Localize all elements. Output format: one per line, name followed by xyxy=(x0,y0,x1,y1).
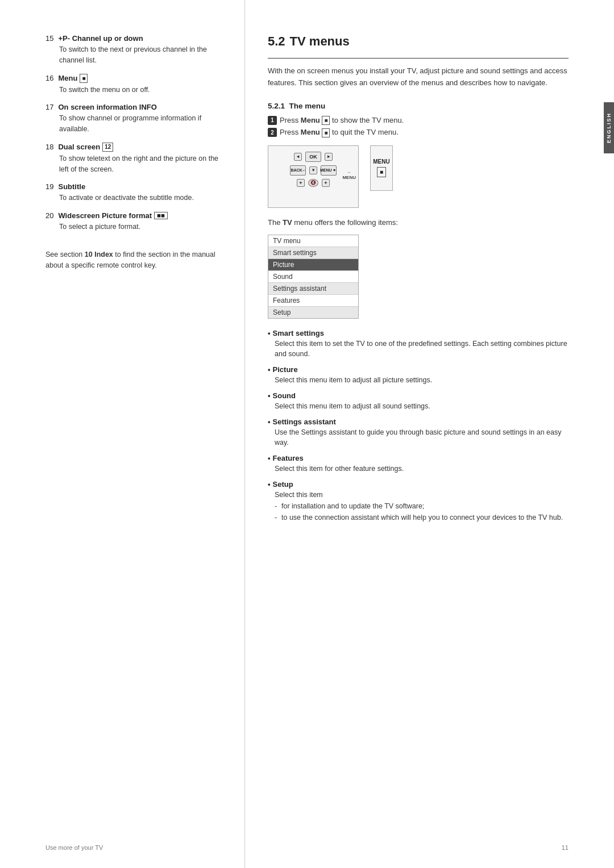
list-item-20: 20 Widescreen Picture format ◼◼ To selec… xyxy=(45,211,222,232)
bullet-desc-setup: Select this item xyxy=(275,490,569,500)
menu-row-tv: TV menu xyxy=(268,235,358,247)
bullet-desc-features: Select this item for other feature setti… xyxy=(275,464,569,474)
item-desc-15: To switch to the next or previous channe… xyxy=(59,44,222,66)
ok-btn: OK xyxy=(305,152,321,162)
bullet-settings-assistant: Settings assistant Use the Settings assi… xyxy=(268,418,569,449)
bullet-sound: Sound Select this menu item to adjust al… xyxy=(268,391,569,412)
bullet-desc-settings: Use the Settings assistant to guide you … xyxy=(275,427,569,449)
bullet-title-settings: Settings assistant xyxy=(268,418,569,426)
menu-mini-icon: ■ xyxy=(377,167,386,177)
item-desc-17: To show channel or programme information… xyxy=(59,113,222,135)
menu-row-picture: Picture xyxy=(268,259,358,271)
menu-icon-step1: ■ xyxy=(322,116,330,125)
list-item-19: 19 Subtitle To activate or deactivate th… xyxy=(45,182,222,203)
step-num-2: 2 xyxy=(268,128,277,137)
list-item-17: 17 On screen information INFO To show ch… xyxy=(45,103,222,135)
right-column: 5.2 TV menus With the on screen menus yo… xyxy=(244,0,597,868)
mute-btn: 🔇 xyxy=(308,179,318,187)
bullet-title-smart: Smart settings xyxy=(268,329,569,337)
menu-icon-16: ■ xyxy=(80,74,88,83)
left-column: 15 +P- Channel up or down To switch to t… xyxy=(0,0,244,868)
setup-sub-list: for installation and to update the TV so… xyxy=(275,500,569,523)
item-title-19: 19 Subtitle xyxy=(45,182,222,191)
item-title-15: 15 +P- Channel up or down xyxy=(45,34,222,43)
remote-bot-row: + 🔇 + xyxy=(297,179,330,187)
bullet-desc-smart: Select this item to set the TV to one of… xyxy=(275,339,569,360)
menu-row-sound: Sound xyxy=(268,271,358,283)
note-text: See section 10 Index to find the section… xyxy=(45,249,222,271)
section-intro: With the on screen menus you install you… xyxy=(268,65,569,89)
footer: Use more of your TV 11 xyxy=(0,844,614,851)
ch-plus-btn: + xyxy=(322,179,330,187)
item-title-17: 17 On screen information INFO xyxy=(45,103,222,111)
bullet-smart-settings: Smart settings Select this item to set t… xyxy=(268,329,569,360)
step-num-1: 1 xyxy=(268,116,277,125)
back-btn: BACK↩ xyxy=(290,165,306,176)
item-title-16: 16 Menu ■ xyxy=(45,74,222,83)
arrow-right-btn: ▸ xyxy=(325,153,333,161)
step-1: 1 Press Menu ■ to show the TV menu. xyxy=(268,116,569,126)
section-heading: 5.2 TV menus xyxy=(268,34,569,49)
bullet-title-setup: Setup xyxy=(268,480,569,489)
widescreen-icon: ◼◼ xyxy=(154,212,168,220)
item-desc-19: To activate or deactivate the subtitle m… xyxy=(59,193,222,203)
step-list: 1 Press Menu ■ to show the TV menu. 2 Pr… xyxy=(268,116,569,137)
remote-mid-row: BACK↩ ▾ MENU■ xyxy=(290,165,337,176)
step-2: 2 Press Menu ■ to quit the TV menu. xyxy=(268,128,569,137)
remote-mini-icon: MENU ■ xyxy=(370,145,393,191)
bullet-setup: Setup Select this item for installation … xyxy=(268,480,569,523)
menu-row-settings-assistant: Settings assistant xyxy=(268,283,358,295)
remote-control-diagram: ◂ OK ▸ BACK↩ ▾ MENU■ + 🔇 + ← xyxy=(268,145,359,208)
menu-row-setup: Setup xyxy=(268,307,358,318)
bullet-title-features: Features xyxy=(268,454,569,462)
menu-row-smart: Smart settings xyxy=(268,247,358,259)
tv-menu-table: TV menu Smart settings Picture Sound Set… xyxy=(268,235,359,319)
item-desc-20: To select a picture format. xyxy=(59,222,222,232)
side-tab: ENGLISH xyxy=(604,102,614,153)
menu-icon-step2: ■ xyxy=(322,128,330,137)
setup-sub-item-2: to use the connection assistant which wi… xyxy=(275,512,569,523)
list-item-15: 15 +P- Channel up or down To switch to t… xyxy=(45,34,222,66)
menu-btn: MENU■ xyxy=(321,165,337,176)
bullet-picture: Picture Select this menu item to adjust … xyxy=(268,365,569,386)
item-title-18: 18 Dual screen 12 xyxy=(45,143,222,152)
bullet-title-picture: Picture xyxy=(268,365,569,374)
menu-label-arrow: ← MENU xyxy=(342,170,356,180)
bullet-desc-picture: Select this menu item to adjust all pict… xyxy=(275,375,569,386)
remote-top-row: ◂ OK ▸ xyxy=(294,152,333,162)
page: ENGLISH 15 +P- Channel up or down To swi… xyxy=(0,0,614,868)
tv-menu-note: The TV menu offers the following items: xyxy=(268,218,569,227)
item-desc-18: To show teletext on the right and the pi… xyxy=(59,153,222,175)
footer-left: Use more of your TV xyxy=(45,844,103,851)
setup-sub-item-1: for installation and to update the TV so… xyxy=(275,500,569,512)
menu-row-features: Features xyxy=(268,295,358,307)
footer-right: 11 xyxy=(562,844,569,851)
list-item-18: 18 Dual screen 12 To show teletext on th… xyxy=(45,143,222,175)
section-num: 5.2 xyxy=(268,34,285,49)
item-title-20: 20 Widescreen Picture format ◼◼ xyxy=(45,211,222,220)
bullet-desc-sound: Select this menu item to adjust all soun… xyxy=(275,401,569,412)
arrow-down-btn: ▾ xyxy=(309,166,317,174)
section-title: TV menus xyxy=(290,34,350,49)
bullet-list: Smart settings Select this item to set t… xyxy=(268,329,569,523)
bullet-title-sound: Sound xyxy=(268,391,569,400)
arrow-left-btn: ◂ xyxy=(294,153,302,161)
item-desc-16: To switch the menu on or off. xyxy=(59,85,222,95)
subsection-title: 5.2.1 The menu xyxy=(268,102,569,110)
side-tab-label: ENGLISH xyxy=(606,112,612,143)
section-divider xyxy=(268,58,569,59)
bullet-features: Features Select this item for other feat… xyxy=(268,454,569,474)
remote-illustration-area: ◂ OK ▸ BACK↩ ▾ MENU■ + 🔇 + ← xyxy=(268,145,569,208)
vol-plus-btn: + xyxy=(297,179,305,187)
list-item-16: 16 Menu ■ To switch the menu on or off. xyxy=(45,74,222,95)
dual-screen-icon: 12 xyxy=(102,143,113,152)
